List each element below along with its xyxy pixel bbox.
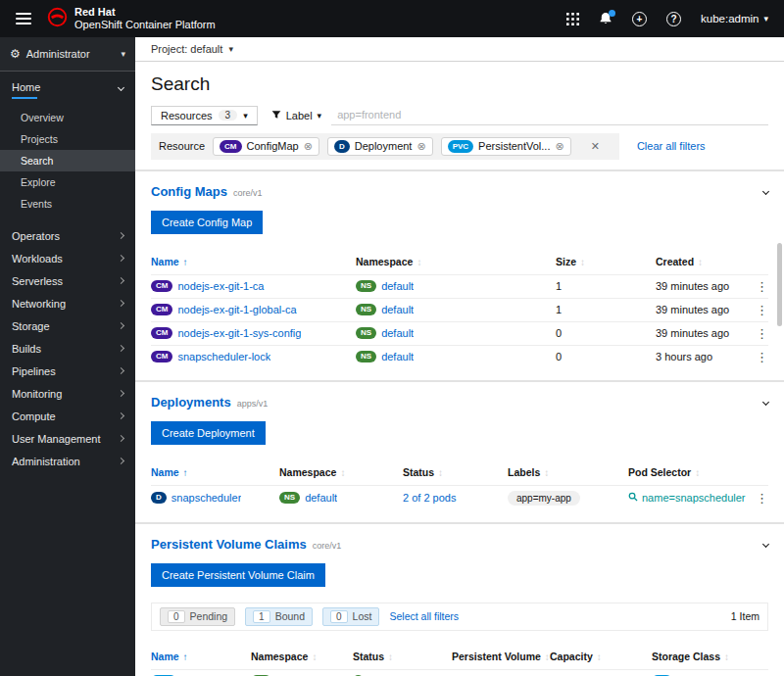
sidebar-item-compute[interactable]: Compute — [0, 405, 135, 427]
label-filter-input[interactable] — [331, 105, 768, 125]
kebab-menu-icon[interactable]: ⋮ — [754, 351, 768, 363]
configmap-link[interactable]: nodejs-ex-git-1-sys-config — [177, 327, 301, 339]
sidebar-item-explore[interactable]: Explore — [0, 171, 135, 193]
namespace-link[interactable]: default — [381, 304, 414, 315]
create-pvc-button[interactable]: Create Persistent Volume Claim — [151, 563, 325, 587]
sidebar-item-search[interactable]: Search — [0, 150, 135, 171]
column-header-namespace[interactable]: Namespace↕ — [251, 651, 353, 662]
column-header-name[interactable]: Name↑ — [151, 256, 356, 267]
project-selector[interactable]: Project: default ▾ — [135, 37, 784, 62]
sidebar-item-administration[interactable]: Administration — [0, 450, 135, 472]
filter-type-dropdown[interactable]: Label ▾ — [271, 110, 321, 121]
table-row: Dsnapscheduler NSdefault 2 of 2 pods app… — [151, 485, 768, 510]
sidebar-item-home[interactable]: Home — [0, 72, 135, 103]
sidebar-item-events[interactable]: Events — [0, 193, 135, 215]
sidebar-item-user-management[interactable]: User Management — [0, 427, 135, 450]
label-pill[interactable]: app=my-app — [508, 491, 580, 506]
namespace-link[interactable]: default — [381, 280, 414, 292]
column-header-name[interactable]: Name↑ — [151, 466, 279, 478]
namespace-link[interactable]: default — [305, 492, 337, 504]
brand-logo[interactable]: Red Hat OpenShift Container Platform — [47, 6, 216, 30]
column-header-namespace[interactable]: Namespace↕ — [356, 256, 556, 267]
namespace-link[interactable]: default — [381, 327, 414, 339]
sidebar-item-projects[interactable]: Projects — [0, 128, 135, 150]
sort-icon: ↕ — [388, 652, 393, 662]
column-header-status[interactable]: Status↕ — [403, 466, 508, 478]
column-header-labels[interactable]: Labels↕ — [508, 466, 628, 478]
resources-dropdown[interactable]: Resources 3 ▾ — [151, 106, 258, 125]
namespace-badge: NS — [356, 327, 376, 340]
active-nav-indicator — [12, 97, 37, 99]
remove-chip-icon[interactable]: ⊗ — [304, 141, 313, 152]
sidebar-item-operators[interactable]: Operators — [0, 224, 135, 247]
perspective-switcher[interactable]: ⚙ Administrator ▾ — [0, 37, 135, 72]
filter-chip-configmap: CM ConfigMap ⊗ — [213, 137, 319, 156]
configmap-badge: CM — [220, 140, 241, 153]
sidebar-item-builds[interactable]: Builds — [0, 337, 135, 360]
remove-chip-icon[interactable]: ⊗ — [555, 141, 564, 152]
notifications-bell-icon[interactable] — [599, 12, 612, 25]
configmap-badge: CM — [151, 351, 172, 363]
remove-chip-icon[interactable]: ⊗ — [416, 141, 425, 152]
kebab-menu-icon[interactable]: ⋮ — [754, 327, 768, 340]
kebab-menu-icon[interactable]: ⋮ — [754, 280, 768, 293]
column-header-name[interactable]: Name↑ — [151, 651, 251, 662]
nav-toggle-icon[interactable] — [16, 13, 31, 24]
column-header-status[interactable]: Status↕ — [353, 651, 452, 662]
collapse-section-icon[interactable] — [762, 399, 769, 406]
create-configmap-button[interactable]: Create Config Map — [151, 211, 263, 234]
column-header-created[interactable]: Created↕ — [656, 256, 754, 267]
chevron-right-icon — [118, 458, 124, 464]
configmap-link[interactable]: snapscheduler-lock — [177, 351, 270, 362]
chip-group-label: Resource — [159, 140, 205, 152]
chevron-right-icon — [118, 390, 124, 397]
column-header-capacity[interactable]: Capacity↕ — [550, 651, 652, 662]
column-header-persistent-volume[interactable]: Persistent Volume↕ — [452, 651, 550, 662]
configmap-link[interactable]: nodejs-ex-git-1-global-ca — [177, 304, 296, 315]
pvc-badge: PVC — [448, 140, 473, 153]
configmap-badge: CM — [151, 280, 172, 293]
help-icon[interactable]: ? — [666, 12, 681, 26]
sidebar-item-overview[interactable]: Overview — [0, 107, 135, 128]
sidebar-item-monitoring[interactable]: Monitoring — [0, 382, 135, 405]
user-menu[interactable]: kube:admin ▾ — [701, 13, 768, 24]
pods-status-link[interactable]: 2 of 2 pods — [403, 492, 456, 504]
pvc-table: Name↑ Namespace↕ Status↕ Persistent Volu… — [151, 645, 768, 676]
kebab-menu-icon[interactable]: ⋮ — [754, 492, 768, 505]
deployment-link[interactable]: snapscheduler — [172, 492, 242, 504]
chevron-down-icon: ▾ — [121, 49, 125, 59]
pod-selector-link[interactable]: name=snapscheduler — [628, 492, 754, 504]
filter-chip-pvc: PVC PersistentVol... ⊗ — [441, 137, 571, 156]
column-header-namespace[interactable]: Namespace↕ — [279, 466, 403, 478]
filter-toggle-pending[interactable]: 0 Pending — [160, 607, 235, 626]
column-header-pod-selector[interactable]: Pod Selector↕ — [628, 466, 754, 478]
clear-chip-group-icon[interactable]: ✕ — [579, 138, 612, 155]
namespace-badge: NS — [356, 304, 376, 316]
collapse-section-icon[interactable] — [762, 541, 769, 548]
namespace-link[interactable]: default — [381, 351, 414, 362]
filter-toggle-bound[interactable]: 1 Bound — [245, 607, 313, 626]
sidebar-item-pipelines[interactable]: Pipelines — [0, 360, 135, 382]
collapse-section-icon[interactable] — [762, 188, 769, 195]
create-deployment-button[interactable]: Create Deployment — [151, 421, 266, 445]
scrollbar-thumb[interactable] — [777, 243, 782, 326]
select-all-filters-link[interactable]: Select all filters — [389, 610, 459, 622]
chevron-down-icon: ▾ — [763, 14, 768, 24]
import-yaml-icon[interactable]: + — [632, 12, 647, 26]
sidebar-item-serverless[interactable]: Serverless — [0, 269, 135, 292]
clear-all-filters-link[interactable]: Clear all filters — [637, 140, 706, 152]
sidebar-item-storage[interactable]: Storage — [0, 314, 135, 337]
deployment-badge: D — [151, 492, 167, 505]
filter-toggle-lost[interactable]: 0 Lost — [322, 607, 379, 626]
configmap-link[interactable]: nodejs-ex-git-1-ca — [177, 280, 264, 292]
column-header-storage-class[interactable]: Storage Class↕ — [652, 651, 754, 662]
chevron-right-icon — [118, 322, 124, 329]
kebab-menu-icon[interactable]: ⋮ — [754, 304, 768, 316]
column-header-size[interactable]: Size↕ — [556, 256, 656, 267]
active-filters-row: Resource CM ConfigMap ⊗ D Deployment ⊗ P… — [151, 133, 768, 160]
sidebar-item-label: Home — [12, 81, 40, 93]
created-value: 39 minutes ago — [656, 327, 754, 339]
app-launcher-icon[interactable] — [566, 13, 579, 25]
sidebar-item-workloads[interactable]: Workloads — [0, 247, 135, 269]
sidebar-item-networking[interactable]: Networking — [0, 292, 135, 314]
